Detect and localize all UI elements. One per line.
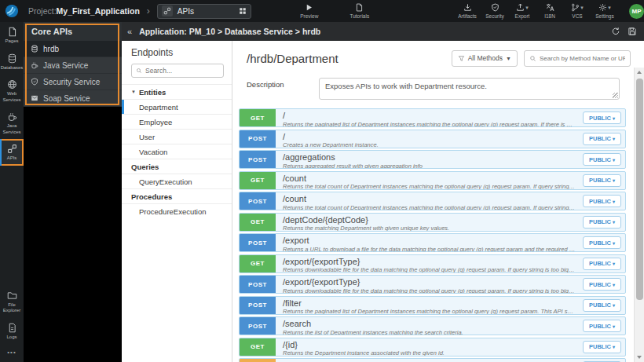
api-description: Returns downloadable file for the data m… — [283, 287, 576, 293]
caret-down-icon: ▾ — [613, 261, 615, 266]
caret-down-icon: ▾ — [580, 3, 584, 12]
access-level-label: PUBLIC — [589, 240, 611, 247]
grid-menu-icon[interactable] — [239, 7, 247, 15]
scroll-down-button[interactable] — [635, 353, 644, 362]
core-api-item[interactable]: hrdb — [24, 41, 122, 57]
scroll-up-button[interactable] — [635, 68, 644, 77]
endpoint-item[interactable]: ▼ Procedures — [122, 188, 232, 203]
api-endpoint-list: GET / Returns the paginated list of Depa… — [232, 108, 634, 362]
api-description: Returns a URL to download a file for the… — [283, 246, 576, 251]
access-level-dropdown[interactable]: PUBLIC ▾ — [583, 112, 621, 124]
endpoint-item[interactable]: ▼ Queries — [122, 159, 232, 174]
api-endpoint-row: POST /search Returns the list of Departm… — [239, 316, 626, 335]
access-level-dropdown[interactable]: PUBLIC ▾ — [583, 216, 621, 229]
vertical-scrollbar[interactable] — [634, 68, 644, 362]
method-badge: POST — [240, 234, 276, 251]
core-api-item[interactable]: Java Service — [24, 57, 122, 74]
access-level-label: PUBLIC — [589, 177, 611, 184]
methods-filter-dropdown[interactable]: All Methods ▼ — [452, 50, 518, 67]
endpoint-item-label: User — [139, 133, 155, 141]
api-path: /count — [283, 194, 576, 204]
toolbar-action-button[interactable]: ▾ Settings — [592, 3, 617, 19]
endpoints-panel: Endpoints ▼ Entities ▼ Department ▼ Empl… — [122, 41, 232, 362]
rail-item[interactable]: Pages — [0, 22, 24, 49]
access-level-dropdown[interactable]: PUBLIC ▾ — [583, 174, 621, 187]
preview-button[interactable]: Preview — [297, 3, 322, 19]
endpoint-item[interactable]: ▼ QueryExecution — [122, 174, 232, 188]
method-badge: PUT — [240, 359, 276, 362]
access-level-label: PUBLIC — [589, 323, 611, 330]
refresh-icon[interactable] — [611, 27, 620, 36]
preview-label: Preview — [300, 13, 318, 19]
user-avatar[interactable]: MP — [629, 4, 644, 19]
core-api-item[interactable]: Security Service — [24, 74, 122, 90]
access-level-label: PUBLIC — [589, 156, 611, 163]
api-endpoint-row: POST / Creates a new Department instance… — [239, 130, 626, 148]
description-textarea[interactable]: Exposes APIs to work with Department res… — [319, 78, 620, 100]
access-level-dropdown[interactable]: PUBLIC ▾ — [583, 153, 621, 166]
toolbar-action-label: I18N — [544, 13, 555, 19]
scrollbar-thumb[interactable] — [636, 79, 643, 300]
breadcrumb-bar: « Application: PM_10 > Database Service … — [122, 22, 644, 41]
endpoint-item-label: Entities — [139, 88, 166, 97]
toolbar-action-label: Security — [485, 13, 503, 19]
toolbar-action-button[interactable]: ▾ Artifacts — [455, 3, 480, 19]
endpoint-item[interactable]: ▼ ProcedureExecution — [122, 203, 232, 218]
method-search[interactable] — [524, 50, 631, 67]
save-icon[interactable] — [628, 27, 637, 36]
endpoint-item-label: Vacation — [139, 148, 167, 156]
rail-item-label: File Explorer — [1, 302, 23, 314]
access-level-dropdown[interactable]: PUBLIC ▾ — [583, 299, 621, 312]
endpoints-search[interactable] — [131, 64, 224, 78]
access-level-label: PUBLIC — [589, 281, 611, 288]
methods-filter-label: All Methods — [468, 54, 503, 62]
access-level-dropdown[interactable]: PUBLIC ▾ — [583, 195, 621, 207]
collapse-panel-icon[interactable]: « — [122, 27, 139, 36]
endpoint-item-label: Employee — [139, 118, 172, 126]
toolbar-action-label: Export — [515, 13, 530, 19]
rail-item-label: Java Services — [1, 123, 23, 135]
endpoint-item[interactable]: ▼ Employee — [122, 114, 232, 129]
api-description: Returns the total count of Department in… — [283, 183, 576, 188]
access-level-dropdown[interactable]: PUBLIC ▾ — [583, 341, 621, 353]
toolbar-action-button[interactable]: ▾ Export — [510, 3, 535, 19]
toolbar-action-button[interactable]: ▾ VCS — [565, 3, 590, 19]
endpoint-item-label: QueryExecution — [139, 177, 192, 186]
access-level-label: PUBLIC — [589, 135, 611, 142]
caret-down-icon: ▾ — [613, 303, 615, 308]
core-api-item-label: hrdb — [43, 45, 59, 53]
core-api-item[interactable]: Soap Service — [24, 90, 122, 107]
rail-item-label: Logs — [6, 335, 16, 341]
rail-item[interactable]: Databases — [0, 49, 24, 75]
endpoint-item[interactable]: ▼ User — [122, 129, 232, 144]
rail-item[interactable]: File Explorer — [0, 286, 24, 318]
rail-item[interactable]: Logs — [0, 318, 24, 345]
toolbar-action-button[interactable]: ▾ Security — [482, 3, 507, 19]
endpoints-search-input[interactable] — [145, 67, 219, 75]
file-explorer-icon — [7, 291, 17, 301]
core-api-item-label: Security Service — [43, 78, 100, 86]
rail-more-button[interactable]: ••• — [0, 344, 24, 362]
access-level-dropdown[interactable]: PUBLIC ▾ — [583, 236, 621, 249]
endpoint-item[interactable]: ▼ Entities — [122, 84, 232, 99]
api-endpoint-row: GET /deptCode/{deptCode} Returns the mat… — [239, 213, 626, 232]
rail-item[interactable]: APIs — [0, 139, 24, 166]
access-level-dropdown[interactable]: PUBLIC ▾ — [583, 133, 621, 145]
rail-item[interactable]: Web Services — [0, 75, 24, 107]
endpoint-item[interactable]: ▼ Department — [122, 99, 232, 114]
api-path: /export/{exportType} — [283, 257, 576, 267]
access-level-dropdown[interactable]: PUBLIC ▾ — [583, 320, 621, 332]
method-search-input[interactable] — [540, 55, 625, 62]
access-level-dropdown[interactable]: PUBLIC ▾ — [583, 278, 621, 291]
api-description: Returns aggregated result with given agg… — [283, 163, 576, 168]
funnel-icon — [458, 55, 465, 62]
app-logo[interactable] — [0, 0, 24, 22]
access-level-dropdown[interactable]: PUBLIC ▾ — [583, 258, 621, 270]
caret-down-icon: ▾ — [613, 137, 615, 141]
tutorials-button[interactable]: Tutorials — [347, 3, 372, 19]
toolbar-action-button[interactable]: ▾ I18N — [537, 3, 562, 19]
rail-item[interactable]: Java Services — [0, 107, 24, 139]
workspace-selector[interactable]: APIs — [157, 4, 251, 19]
artifacts-download-icon — [463, 3, 472, 12]
endpoint-item[interactable]: ▼ Vacation — [122, 144, 232, 159]
